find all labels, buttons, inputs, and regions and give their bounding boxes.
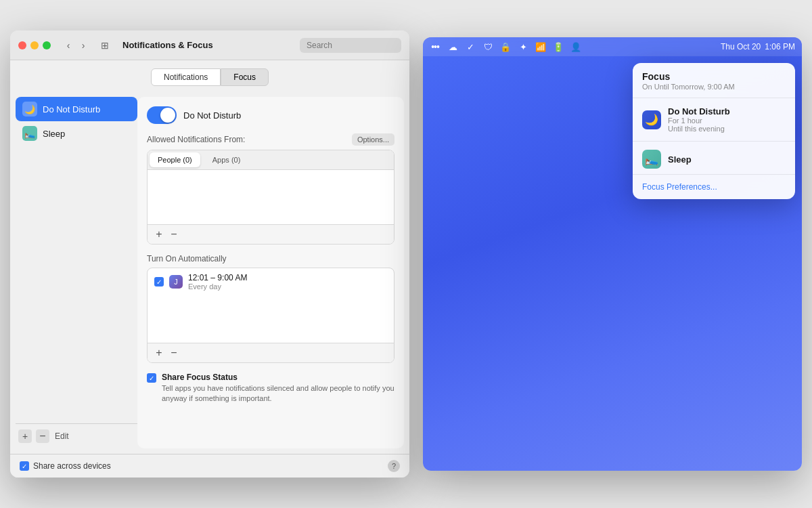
- toggle-label: Do Not Disturb: [183, 110, 241, 121]
- grid-button[interactable]: ⊞: [98, 39, 112, 52]
- menu-bar: ••• ☁ ✓ 🛡 🔒 ✦ 📶 🔋 👤 Thu Oct 20 1:06 PM: [423, 37, 802, 56]
- traffic-lights: [18, 41, 51, 49]
- tabs-row: Notifications Focus: [10, 60, 409, 91]
- dots-menu-icon[interactable]: •••: [430, 41, 441, 52]
- popup-sleep-icon: 🛌: [642, 150, 661, 169]
- lock-icon[interactable]: 🔒: [500, 41, 511, 52]
- wifi-icon[interactable]: 📶: [535, 41, 546, 52]
- popup-dnd-detail2: Until this evening: [668, 125, 786, 133]
- menu-bar-left: ••• ☁ ✓ 🛡 🔒 ✦ 📶 🔋 👤: [430, 41, 581, 52]
- share-focus-title: Share Focus Status: [162, 373, 394, 382]
- popup-item-sleep[interactable]: 🛌 Sleep: [633, 144, 795, 174]
- share-across-label: Share across devices: [33, 461, 111, 471]
- allowed-box: People (0) Apps (0) + −: [147, 150, 394, 245]
- user-icon[interactable]: 👤: [570, 41, 581, 52]
- nav-buttons: ‹ ›: [62, 39, 90, 52]
- schedule-empty-area: [148, 295, 394, 343]
- toggle-row: Do Not Disturb: [147, 106, 394, 124]
- tab-notifications[interactable]: Notifications: [151, 68, 221, 86]
- allowed-tab-apps[interactable]: Apps (0): [204, 152, 249, 167]
- allowed-content: [148, 170, 394, 224]
- detail-panel: Do Not Disturb Allowed Notifications Fro…: [137, 97, 404, 448]
- bluetooth-icon[interactable]: ✦: [518, 41, 528, 52]
- schedule-checkbox[interactable]: [154, 277, 164, 287]
- sidebar: 🌙 Do Not Disturb 🛌 Sleep + − Edit: [16, 97, 137, 448]
- tab-focus[interactable]: Focus: [221, 68, 269, 86]
- share-focus-checkbox[interactable]: [147, 373, 156, 383]
- minimize-button[interactable]: [30, 41, 39, 49]
- popup-dnd-name: Do Not Disturb: [668, 106, 786, 117]
- menu-date: Thu Oct 20: [721, 42, 761, 51]
- schedule-time: 12:01 – 9:00 AM: [188, 273, 387, 282]
- popup-header: Focus On Until Tomorrow, 9:00 AM: [633, 63, 795, 95]
- section-header-allowed: Allowed Notifications From: Options...: [147, 133, 394, 146]
- sidebar-item-sleep-label: Sleep: [43, 129, 65, 139]
- popup-dnd-info: Do Not Disturb For 1 hour Until this eve…: [668, 106, 786, 133]
- share-across-devices: Share across devices: [20, 461, 111, 471]
- focus-preferences-link[interactable]: Focus Preferences...: [642, 182, 717, 192]
- add-allowed-button[interactable]: +: [153, 228, 165, 240]
- dnd-toggle[interactable]: [147, 106, 177, 124]
- sidebar-item-dnd-label: Do Not Disturb: [43, 104, 100, 114]
- add-schedule-button[interactable]: +: [153, 347, 165, 359]
- auto-section: Turn On Automatically J 12:01 – 9:00 AM …: [147, 254, 394, 363]
- window-title: Notifications & Focus: [122, 40, 294, 50]
- close-button[interactable]: [18, 41, 26, 49]
- remove-allowed-button[interactable]: −: [168, 228, 180, 240]
- share-focus-desc: Tell apps you have notifications silence…: [162, 383, 394, 404]
- allowed-notifications-label: Allowed Notifications From:: [147, 135, 245, 144]
- battery-icon[interactable]: 🔋: [553, 41, 564, 52]
- maximize-button[interactable]: [43, 41, 51, 49]
- sidebar-footer: + − Edit: [16, 423, 137, 448]
- shield-icon[interactable]: 🛡: [482, 41, 493, 52]
- bottom-bar: Share across devices ?: [10, 454, 409, 478]
- desktop-area: ••• ☁ ✓ 🛡 🔒 ✦ 📶 🔋 👤 Thu Oct 20 1:06 PM F…: [423, 37, 802, 471]
- schedule-info: 12:01 – 9:00 AM Every day: [188, 273, 387, 291]
- menu-time: 1:06 PM: [765, 42, 795, 51]
- menu-bar-right: Thu Oct 20 1:06 PM: [721, 42, 795, 51]
- focus-popup: Focus On Until Tomorrow, 9:00 AM 🌙 Do No…: [633, 63, 795, 199]
- sleep-icon: 🛌: [22, 126, 37, 141]
- allowed-tabs: People (0) Apps (0): [148, 150, 394, 170]
- share-across-checkbox[interactable]: [20, 461, 29, 471]
- window-content: Notifications Focus 🌙 Do Not Disturb 🛌 S…: [10, 60, 409, 478]
- imessage-icon[interactable]: ☁: [447, 41, 458, 52]
- popup-item-dnd[interactable]: 🌙 Do Not Disturb For 1 hour Until this e…: [633, 101, 795, 138]
- allowed-notifications-section: Allowed Notifications From: Options... P…: [147, 133, 394, 245]
- help-button[interactable]: ?: [388, 460, 400, 472]
- popup-sleep-name: Sleep: [668, 154, 786, 165]
- popup-footer: Focus Preferences...: [633, 174, 795, 199]
- popup-dnd-detail1: For 1 hour: [668, 117, 786, 125]
- title-bar: ‹ › ⊞ Notifications & Focus: [10, 30, 409, 60]
- schedule-box-footer: + −: [148, 343, 394, 362]
- share-focus-status: Share Focus Status Tell apps you have no…: [147, 373, 394, 404]
- sidebar-items: 🌙 Do Not Disturb 🛌 Sleep: [16, 97, 137, 421]
- schedule-item-icon: J: [169, 275, 183, 289]
- add-item-button[interactable]: +: [18, 429, 32, 443]
- search-input[interactable]: [300, 38, 401, 53]
- sidebar-item-sleep[interactable]: 🛌 Sleep: [16, 121, 137, 146]
- schedule-item: J 12:01 – 9:00 AM Every day: [148, 268, 394, 295]
- back-button[interactable]: ‹: [62, 39, 75, 52]
- forward-button[interactable]: ›: [76, 39, 90, 52]
- schedule-box: J 12:01 – 9:00 AM Every day + −: [147, 268, 394, 363]
- auto-section-title: Turn On Automatically: [147, 254, 394, 263]
- dnd-icon: 🌙: [22, 102, 37, 117]
- allowed-tab-people[interactable]: People (0): [150, 152, 200, 167]
- options-button[interactable]: Options...: [352, 133, 394, 146]
- remove-item-button[interactable]: −: [36, 429, 49, 443]
- schedule-freq: Every day: [188, 282, 387, 291]
- remove-schedule-button[interactable]: −: [168, 347, 180, 359]
- edit-button[interactable]: Edit: [55, 431, 69, 441]
- popup-dnd-icon: 🌙: [642, 110, 661, 129]
- popup-sleep-info: Sleep: [668, 154, 786, 165]
- check-icon[interactable]: ✓: [465, 41, 476, 52]
- allowed-box-footer: + −: [148, 224, 394, 244]
- sidebar-item-dnd[interactable]: 🌙 Do Not Disturb: [16, 97, 137, 121]
- share-text-block: Share Focus Status Tell apps you have no…: [162, 373, 394, 404]
- preferences-window: ‹ › ⊞ Notifications & Focus Notification…: [10, 30, 409, 478]
- popup-divider-2: [633, 141, 795, 142]
- main-layout: 🌙 Do Not Disturb 🛌 Sleep + − Edit: [10, 91, 409, 454]
- popup-divider-1: [633, 98, 795, 98]
- popup-subtitle: On Until Tomorrow, 9:00 AM: [642, 83, 786, 91]
